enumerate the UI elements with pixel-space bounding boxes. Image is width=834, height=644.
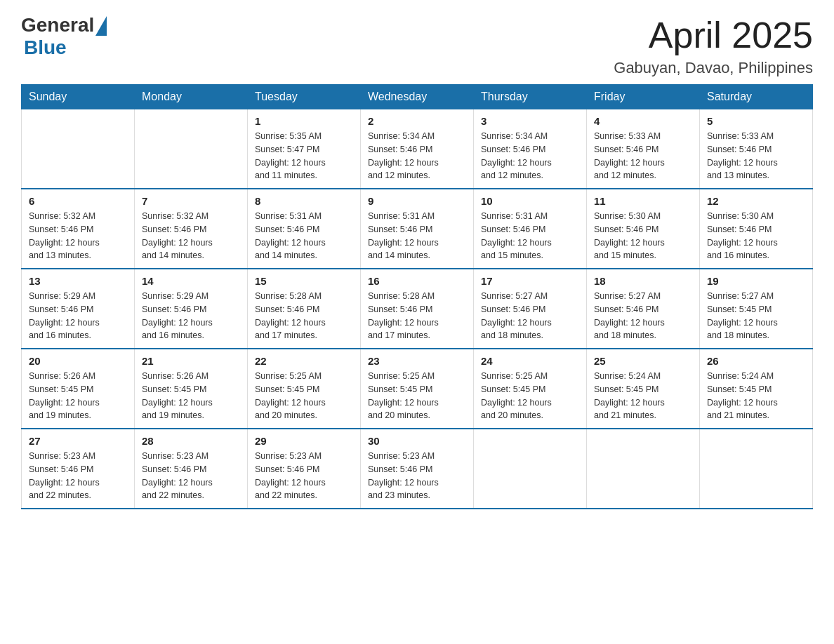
day-number: 7 <box>142 195 240 207</box>
day-info: Sunrise: 5:34 AMSunset: 5:46 PMDaylight:… <box>481 130 579 182</box>
day-info: Sunrise: 5:32 AMSunset: 5:46 PMDaylight:… <box>142 210 240 262</box>
day-number: 19 <box>707 275 805 287</box>
calendar-week-row: 27Sunrise: 5:23 AMSunset: 5:46 PMDayligh… <box>22 429 813 509</box>
calendar-week-row: 1Sunrise: 5:35 AMSunset: 5:47 PMDaylight… <box>22 109 813 189</box>
day-info: Sunrise: 5:34 AMSunset: 5:46 PMDaylight:… <box>368 130 466 182</box>
day-info: Sunrise: 5:31 AMSunset: 5:46 PMDaylight:… <box>481 210 579 262</box>
day-info: Sunrise: 5:26 AMSunset: 5:45 PMDaylight:… <box>142 370 240 422</box>
day-info: Sunrise: 5:25 AMSunset: 5:45 PMDaylight:… <box>368 370 466 422</box>
calendar-cell: 9Sunrise: 5:31 AMSunset: 5:46 PMDaylight… <box>361 189 474 269</box>
calendar-cell <box>700 429 813 509</box>
calendar-cell: 2Sunrise: 5:34 AMSunset: 5:46 PMDaylight… <box>361 109 474 189</box>
calendar-cell: 30Sunrise: 5:23 AMSunset: 5:46 PMDayligh… <box>361 429 474 509</box>
day-number: 11 <box>594 195 692 207</box>
calendar-cell: 15Sunrise: 5:28 AMSunset: 5:46 PMDayligh… <box>248 269 361 349</box>
calendar-cell: 20Sunrise: 5:26 AMSunset: 5:45 PMDayligh… <box>22 349 135 429</box>
day-number: 18 <box>594 275 692 287</box>
calendar-cell: 21Sunrise: 5:26 AMSunset: 5:45 PMDayligh… <box>135 349 248 429</box>
day-number: 10 <box>481 195 579 207</box>
day-info: Sunrise: 5:24 AMSunset: 5:45 PMDaylight:… <box>594 370 692 422</box>
day-number: 2 <box>368 115 466 127</box>
calendar-cell: 17Sunrise: 5:27 AMSunset: 5:46 PMDayligh… <box>474 269 587 349</box>
calendar-cell: 29Sunrise: 5:23 AMSunset: 5:46 PMDayligh… <box>248 429 361 509</box>
day-number: 12 <box>707 195 805 207</box>
day-info: Sunrise: 5:27 AMSunset: 5:46 PMDaylight:… <box>594 290 692 342</box>
day-number: 4 <box>594 115 692 127</box>
calendar-cell <box>135 109 248 189</box>
day-number: 25 <box>594 355 692 367</box>
day-info: Sunrise: 5:23 AMSunset: 5:46 PMDaylight:… <box>29 450 127 502</box>
day-info: Sunrise: 5:31 AMSunset: 5:46 PMDaylight:… <box>368 210 466 262</box>
day-info: Sunrise: 5:28 AMSunset: 5:46 PMDaylight:… <box>368 290 466 342</box>
calendar-cell: 5Sunrise: 5:33 AMSunset: 5:46 PMDaylight… <box>700 109 813 189</box>
calendar-cell: 13Sunrise: 5:29 AMSunset: 5:46 PMDayligh… <box>22 269 135 349</box>
calendar-cell: 4Sunrise: 5:33 AMSunset: 5:46 PMDaylight… <box>587 109 700 189</box>
calendar-cell: 27Sunrise: 5:23 AMSunset: 5:46 PMDayligh… <box>22 429 135 509</box>
day-info: Sunrise: 5:30 AMSunset: 5:46 PMDaylight:… <box>594 210 692 262</box>
day-info: Sunrise: 5:24 AMSunset: 5:45 PMDaylight:… <box>707 370 805 422</box>
logo-blue-text: Blue <box>24 36 67 59</box>
calendar-cell: 14Sunrise: 5:29 AMSunset: 5:46 PMDayligh… <box>135 269 248 349</box>
day-number: 15 <box>255 275 353 287</box>
calendar-week-row: 6Sunrise: 5:32 AMSunset: 5:46 PMDaylight… <box>22 189 813 269</box>
calendar-table: SundayMondayTuesdayWednesdayThursdayFrid… <box>21 84 813 509</box>
weekday-header: Tuesday <box>248 85 361 109</box>
calendar-cell: 24Sunrise: 5:25 AMSunset: 5:45 PMDayligh… <box>474 349 587 429</box>
day-info: Sunrise: 5:33 AMSunset: 5:46 PMDaylight:… <box>594 130 692 182</box>
weekday-header: Sunday <box>22 85 135 109</box>
weekday-header: Wednesday <box>361 85 474 109</box>
calendar-cell: 8Sunrise: 5:31 AMSunset: 5:46 PMDaylight… <box>248 189 361 269</box>
main-title: April 2025 <box>614 14 813 56</box>
day-info: Sunrise: 5:23 AMSunset: 5:46 PMDaylight:… <box>255 450 353 502</box>
day-number: 26 <box>707 355 805 367</box>
day-info: Sunrise: 5:23 AMSunset: 5:46 PMDaylight:… <box>368 450 466 502</box>
weekday-header: Friday <box>587 85 700 109</box>
day-number: 23 <box>368 355 466 367</box>
subtitle: Gabuyan, Davao, Philippines <box>614 59 813 77</box>
weekday-header: Thursday <box>474 85 587 109</box>
calendar-cell: 11Sunrise: 5:30 AMSunset: 5:46 PMDayligh… <box>587 189 700 269</box>
day-number: 22 <box>255 355 353 367</box>
day-info: Sunrise: 5:28 AMSunset: 5:46 PMDaylight:… <box>255 290 353 342</box>
calendar-cell: 26Sunrise: 5:24 AMSunset: 5:45 PMDayligh… <box>700 349 813 429</box>
day-info: Sunrise: 5:27 AMSunset: 5:45 PMDaylight:… <box>707 290 805 342</box>
day-number: 28 <box>142 435 240 447</box>
calendar-cell: 28Sunrise: 5:23 AMSunset: 5:46 PMDayligh… <box>135 429 248 509</box>
calendar-cell: 3Sunrise: 5:34 AMSunset: 5:46 PMDaylight… <box>474 109 587 189</box>
calendar-cell <box>474 429 587 509</box>
calendar-cell <box>587 429 700 509</box>
day-number: 29 <box>255 435 353 447</box>
day-number: 30 <box>368 435 466 447</box>
day-number: 20 <box>29 355 127 367</box>
weekday-header: Saturday <box>700 85 813 109</box>
calendar-cell: 16Sunrise: 5:28 AMSunset: 5:46 PMDayligh… <box>361 269 474 349</box>
day-number: 16 <box>368 275 466 287</box>
calendar-header-row: SundayMondayTuesdayWednesdayThursdayFrid… <box>22 85 813 109</box>
day-info: Sunrise: 5:23 AMSunset: 5:46 PMDaylight:… <box>142 450 240 502</box>
day-number: 1 <box>255 115 353 127</box>
day-number: 5 <box>707 115 805 127</box>
day-number: 14 <box>142 275 240 287</box>
day-info: Sunrise: 5:25 AMSunset: 5:45 PMDaylight:… <box>481 370 579 422</box>
calendar-cell <box>22 109 135 189</box>
day-info: Sunrise: 5:26 AMSunset: 5:45 PMDaylight:… <box>29 370 127 422</box>
calendar-week-row: 13Sunrise: 5:29 AMSunset: 5:46 PMDayligh… <box>22 269 813 349</box>
day-info: Sunrise: 5:27 AMSunset: 5:46 PMDaylight:… <box>481 290 579 342</box>
day-number: 8 <box>255 195 353 207</box>
day-info: Sunrise: 5:32 AMSunset: 5:46 PMDaylight:… <box>29 210 127 262</box>
title-section: April 2025 Gabuyan, Davao, Philippines <box>614 14 813 77</box>
logo: General Blue <box>21 14 107 59</box>
logo-general-text: General <box>21 14 94 36</box>
calendar-cell: 6Sunrise: 5:32 AMSunset: 5:46 PMDaylight… <box>22 189 135 269</box>
calendar-cell: 22Sunrise: 5:25 AMSunset: 5:45 PMDayligh… <box>248 349 361 429</box>
page-header: General Blue April 2025 Gabuyan, Davao, … <box>21 14 813 77</box>
day-info: Sunrise: 5:30 AMSunset: 5:46 PMDaylight:… <box>707 210 805 262</box>
calendar-cell: 1Sunrise: 5:35 AMSunset: 5:47 PMDaylight… <box>248 109 361 189</box>
day-number: 9 <box>368 195 466 207</box>
day-number: 21 <box>142 355 240 367</box>
day-info: Sunrise: 5:33 AMSunset: 5:46 PMDaylight:… <box>707 130 805 182</box>
day-info: Sunrise: 5:31 AMSunset: 5:46 PMDaylight:… <box>255 210 353 262</box>
calendar-cell: 18Sunrise: 5:27 AMSunset: 5:46 PMDayligh… <box>587 269 700 349</box>
day-number: 6 <box>29 195 127 207</box>
calendar-cell: 7Sunrise: 5:32 AMSunset: 5:46 PMDaylight… <box>135 189 248 269</box>
